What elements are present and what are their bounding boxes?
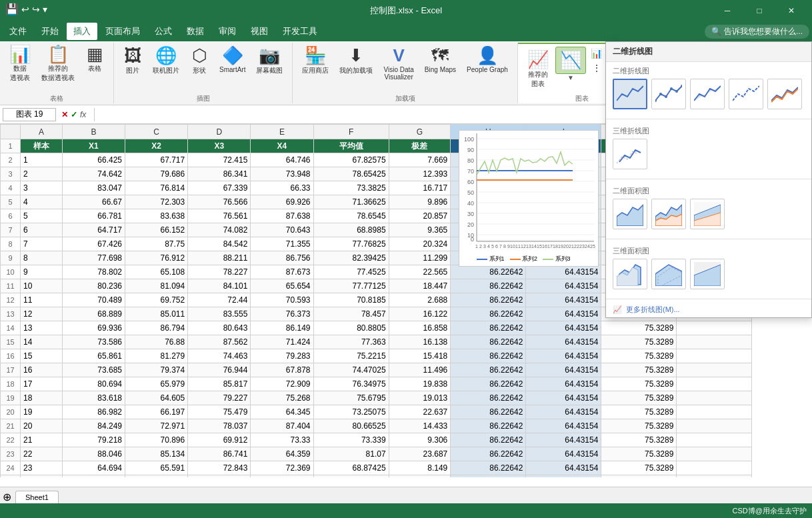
table-cell[interactable]: 81.094 — [125, 279, 187, 293]
table-cell[interactable]: 74.463 — [188, 349, 251, 363]
table-cell[interactable]: 70.118 — [251, 475, 313, 478]
table-cell[interactable]: 79.374 — [125, 363, 187, 377]
table-cell[interactable]: 64.43154 — [526, 279, 601, 293]
table-cell[interactable]: 64.746 — [251, 153, 313, 167]
table-cell[interactable]: 80.694 — [62, 377, 125, 391]
table-cell[interactable]: 69.912 — [188, 433, 251, 447]
table-cell[interactable]: 69.926 — [251, 195, 313, 209]
table-cell[interactable]: 64.43154 — [526, 391, 601, 405]
table-cell[interactable] — [677, 363, 752, 377]
table-cell[interactable]: 84.542 — [188, 237, 251, 251]
line2d-btn-1[interactable] — [613, 79, 647, 109]
table-cell[interactable]: 64.345 — [251, 405, 313, 419]
table-cell[interactable]: 67.878 — [251, 363, 313, 377]
table-cell[interactable]: 20 — [21, 419, 63, 433]
table-cell[interactable]: 64.359 — [251, 447, 313, 461]
table-cell[interactable]: 64.43154 — [526, 349, 601, 363]
table-cell[interactable]: 18.447 — [389, 279, 451, 293]
people-graph-button[interactable]: 👤 People Graph — [463, 43, 512, 76]
close-button[interactable]: ✕ — [776, 0, 807, 21]
col-A-header[interactable]: A — [21, 125, 63, 139]
table-cell[interactable]: 71.424 — [251, 335, 313, 349]
table-cell[interactable] — [677, 377, 752, 391]
table-cell[interactable]: 66.152 — [125, 223, 187, 237]
table-cell[interactable] — [677, 475, 752, 478]
table-cell[interactable]: 73.3825 — [313, 181, 389, 195]
table-cell[interactable]: 17 — [21, 377, 63, 391]
table-cell[interactable]: 68.328 — [125, 475, 187, 478]
redo-icon[interactable]: ↪ — [32, 4, 40, 15]
table-cell[interactable] — [677, 321, 752, 335]
table-cell[interactable]: 69.752 — [125, 293, 187, 307]
table-cell[interactable]: 10 — [21, 279, 63, 293]
table-cell[interactable]: 85.817 — [188, 377, 251, 391]
pivot-table-button[interactable]: 📊 数据透视表 — [5, 43, 35, 85]
maximize-button[interactable]: □ — [744, 0, 775, 21]
table-cell[interactable]: 77.77125 — [313, 279, 389, 293]
table-cell[interactable]: 70.643 — [251, 223, 313, 237]
table-cell[interactable]: 11.496 — [389, 363, 451, 377]
table-cell[interactable]: 19.838 — [389, 377, 451, 391]
table-cell[interactable]: 81.279 — [125, 349, 187, 363]
col-B-header[interactable]: B — [62, 125, 125, 139]
table-cell[interactable]: 85.011 — [125, 307, 187, 321]
table-cell[interactable]: 73.586 — [62, 335, 125, 349]
table-cell[interactable]: 22.565 — [389, 265, 451, 279]
table-cell[interactable]: 24 — [21, 475, 63, 478]
table-cell[interactable]: 19 — [21, 405, 63, 419]
table-cell[interactable]: 86.982 — [62, 405, 125, 419]
dropdown-icon[interactable]: ▾ — [43, 4, 47, 15]
table-cell[interactable]: 78.802 — [62, 265, 125, 279]
line2d-btn-3[interactable] — [690, 79, 725, 109]
menu-page-layout[interactable]: 页面布局 — [99, 23, 147, 40]
table-cell[interactable]: 16 — [21, 363, 63, 377]
table-cell[interactable]: 65.108 — [125, 265, 187, 279]
table-cell[interactable]: 86.22642 — [451, 265, 526, 279]
table-cell[interactable]: 9.365 — [389, 223, 451, 237]
table-cell[interactable]: 86.22642 — [451, 335, 526, 349]
table-cell[interactable]: 72.971 — [125, 419, 187, 433]
table-cell[interactable]: 65.979 — [125, 377, 187, 391]
table-cell[interactable]: 76.88 — [125, 335, 187, 349]
table-cell[interactable]: 64.43154 — [526, 265, 601, 279]
table-cell[interactable]: 73.948 — [251, 167, 313, 181]
table-cell[interactable]: 72.843 — [188, 461, 251, 475]
table-cell[interactable]: 79.686 — [125, 167, 187, 181]
table-cell[interactable]: 7.669 — [389, 153, 451, 167]
table-cell[interactable]: 79.218 — [62, 433, 125, 447]
table-cell[interactable]: 80.8805 — [313, 321, 389, 335]
table-cell[interactable] — [677, 335, 752, 349]
table-cell[interactable]: 87.758 — [62, 475, 125, 478]
table-cell[interactable]: 66.425 — [62, 153, 125, 167]
table-cell[interactable]: 8 — [21, 251, 63, 265]
table-cell[interactable]: 64.717 — [62, 223, 125, 237]
table-cell[interactable]: 80.66525 — [313, 419, 389, 433]
table-cell[interactable]: 68.87425 — [313, 461, 389, 475]
minimize-button[interactable]: ─ — [712, 0, 743, 21]
table-cell[interactable]: 86.341 — [188, 167, 251, 181]
col-E-header[interactable]: E — [251, 125, 313, 139]
table-cell[interactable]: 74.082 — [188, 223, 251, 237]
table-cell[interactable]: 11 — [21, 293, 63, 307]
table-cell[interactable]: 86.22642 — [451, 307, 526, 321]
table-cell[interactable] — [677, 349, 752, 363]
table-cell[interactable]: 81.07 — [313, 447, 389, 461]
bar-chart-small[interactable]: 📊 — [589, 47, 605, 60]
table-cell[interactable]: 75.3289 — [601, 447, 677, 461]
table-cell[interactable] — [677, 391, 752, 405]
table-cell[interactable]: 73.339 — [313, 433, 389, 447]
visio-button[interactable]: V Visio DataVisualizer — [379, 43, 417, 83]
table-cell[interactable]: 23.687 — [389, 447, 451, 461]
table-cell[interactable]: 77.76825 — [313, 237, 389, 251]
table-cell[interactable]: 72.415 — [188, 153, 251, 167]
table-cell[interactable]: 18 — [21, 391, 63, 405]
cancel-formula-icon[interactable]: ✕ — [61, 110, 68, 119]
table-cell[interactable]: 80.236 — [62, 279, 125, 293]
table-cell[interactable]: 88.046 — [62, 447, 125, 461]
table-cell[interactable] — [677, 419, 752, 433]
table-cell[interactable]: 76.561 — [188, 209, 251, 223]
table-cell[interactable]: 64.43154 — [526, 293, 601, 307]
table-cell[interactable]: 87.673 — [251, 265, 313, 279]
table-cell[interactable]: 16.717 — [389, 181, 451, 195]
table-cell[interactable]: 64.43154 — [526, 321, 601, 335]
